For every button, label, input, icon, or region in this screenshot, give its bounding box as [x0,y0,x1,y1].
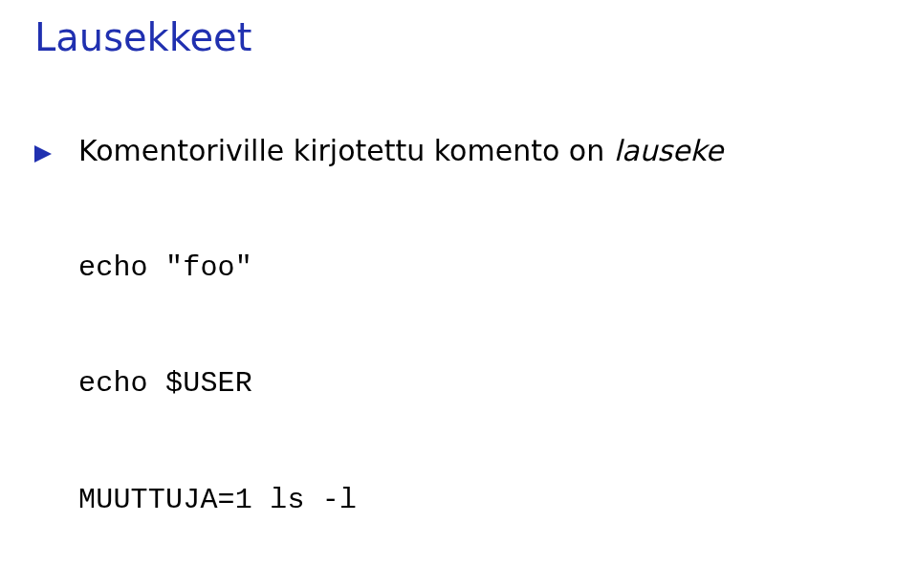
bullet-text-prefix: Komentoriville kirjotettu komento on [78,134,614,167]
triangle-icon [34,132,78,171]
code-line: echo $USER [78,364,884,403]
bullet-text: Komentoriville kirjotettu komento on lau… [78,132,723,171]
code-block: echo "foo" echo $USER MUUTTUJA=1 ls -l [78,171,884,589]
bullet-list: Komentoriville kirjotettu komento on lau… [34,132,884,588]
svg-marker-0 [34,145,52,163]
list-item: Komentoriville kirjotettu komento on lau… [34,132,884,588]
slide: Lausekkeet Komentoriville kirjotettu kom… [0,0,918,588]
slide-title: Lausekkeet [34,15,884,59]
code-line: echo "foo" [78,249,884,288]
code-line: MUUTTUJA=1 ls -l [78,481,884,520]
bullet-text-italic: lauseke [614,134,724,167]
